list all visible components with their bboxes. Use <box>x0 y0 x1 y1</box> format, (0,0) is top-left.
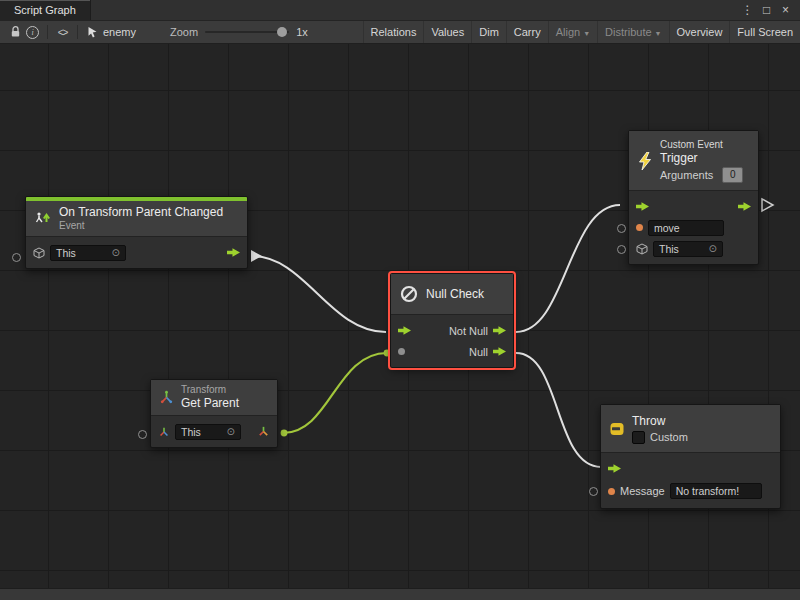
values-button[interactable]: Values <box>423 21 471 43</box>
arguments-count-field[interactable]: 0 <box>722 167 743 183</box>
value-input-port[interactable] <box>12 253 21 262</box>
maximize-icon[interactable]: □ <box>757 3 776 17</box>
transform-event-icon <box>34 210 52 228</box>
lock-icon[interactable] <box>7 21 24 43</box>
toolbar-separator <box>77 25 78 39</box>
zoom-label: Zoom <box>170 26 198 38</box>
null-check-icon <box>399 284 419 304</box>
trigger-input-port[interactable] <box>608 464 621 474</box>
node-header: Custom Event Trigger Arguments 0 <box>629 131 758 191</box>
script-graph-window: Script Graph ⋮ □ × i <> enemy Zoom 1x Re… <box>0 0 800 600</box>
carry-button[interactable]: Carry <box>506 21 548 43</box>
node-subtitle: Event <box>59 220 223 232</box>
not-null-output-port[interactable] <box>493 326 506 336</box>
target-icon: ⊙ <box>112 248 120 258</box>
transform-icon <box>159 390 174 405</box>
string-input-port[interactable] <box>636 224 643 231</box>
trigger-input-port[interactable] <box>636 202 649 212</box>
custom-label: Custom <box>650 431 688 443</box>
node-title: Get Parent <box>181 396 239 411</box>
node-body: This ⊙ <box>151 416 277 447</box>
info-icon[interactable]: i <box>24 21 41 43</box>
wire-getparent-to-nullcheck <box>283 353 387 433</box>
zoom-slider[interactable] <box>205 31 289 33</box>
value-input-port[interactable] <box>138 430 147 439</box>
graph-name[interactable]: enemy <box>103 26 136 38</box>
node-body: This ⊙ <box>26 237 247 268</box>
node-title: Throw <box>632 414 688 429</box>
trigger-output-port[interactable] <box>227 248 240 258</box>
value-input-port[interactable] <box>617 224 626 233</box>
event-name-field[interactable]: move <box>648 220 724 236</box>
transform-output-port[interactable] <box>257 425 270 438</box>
value-input-port[interactable] <box>589 487 598 496</box>
target-icon: ⊙ <box>709 244 717 254</box>
toolbar-buttons: Relations Values Dim Carry Align▼ Distri… <box>363 21 800 43</box>
close-icon[interactable]: × <box>776 3 795 17</box>
graph-toolbar: i <> enemy Zoom 1x Relations Values Dim … <box>0 21 800 44</box>
node-null-check[interactable]: Null Check Not Null Null <box>390 273 514 368</box>
node-category: Custom Event <box>660 139 743 151</box>
node-title: Null Check <box>426 287 484 302</box>
node-on-transform-parent-changed[interactable]: On Transform Parent Changed Event This ⊙ <box>25 196 248 269</box>
wire-event-to-nullcheck <box>252 256 386 332</box>
align-button[interactable]: Align▼ <box>548 21 597 43</box>
full-screen-button[interactable]: Full Screen <box>729 21 800 43</box>
null-label: Null <box>469 346 488 358</box>
node-title: On Transform Parent Changed <box>59 205 223 220</box>
node-get-parent[interactable]: Transform Get Parent This ⊙ <box>150 379 278 448</box>
menu-icon[interactable]: ⋮ <box>738 3 757 17</box>
tab-script-graph[interactable]: Script Graph <box>0 0 91 20</box>
node-title: Trigger <box>660 151 743 166</box>
node-body: move This ⊙ <box>629 191 758 264</box>
transform-input-icon[interactable] <box>158 426 170 438</box>
distribute-button[interactable]: Distribute▼ <box>597 21 668 43</box>
overview-button[interactable]: Overview <box>669 21 730 43</box>
bottom-strip <box>0 588 800 600</box>
tab-bar: Script Graph ⋮ □ × <box>0 0 800 21</box>
wire-null-to-throw <box>516 353 601 467</box>
value-input-port[interactable] <box>398 348 405 355</box>
node-custom-event[interactable]: Custom Event Trigger Arguments 0 move <box>628 130 759 265</box>
this-dropdown[interactable]: This ⊙ <box>175 424 241 440</box>
node-body: Not Null Null <box>391 315 513 367</box>
custom-checkbox[interactable] <box>632 431 645 444</box>
trigger-output-port[interactable] <box>738 202 751 212</box>
node-header: On Transform Parent Changed Event <box>26 201 247 237</box>
not-null-label: Not Null <box>449 325 488 337</box>
node-category: Transform <box>181 384 239 396</box>
dim-button[interactable]: Dim <box>471 21 506 43</box>
value-input-port[interactable] <box>617 245 626 254</box>
gameobject-cube-icon <box>33 247 45 259</box>
zoom-slider-handle[interactable] <box>277 27 287 37</box>
node-header: Transform Get Parent <box>151 380 277 416</box>
tab-title: Script Graph <box>14 4 76 16</box>
relations-button[interactable]: Relations <box>363 21 424 43</box>
wire-notnull-to-customevent <box>516 205 620 332</box>
wire-start-arrow-icon <box>251 250 262 262</box>
output-port-arrow-icon <box>762 199 773 211</box>
node-header: Null Check <box>391 274 513 315</box>
zoom-value: 1x <box>296 26 308 38</box>
custom-event-bolt-icon <box>637 152 653 170</box>
message-label: Message <box>620 485 665 497</box>
chevron-down-icon: ▼ <box>655 30 662 37</box>
node-body: Message No transform! <box>601 453 780 508</box>
value-wire-dot <box>281 430 288 437</box>
toolbar-separator <box>47 25 48 39</box>
code-icon[interactable]: <> <box>54 21 71 43</box>
throw-icon <box>609 421 625 437</box>
arguments-label: Arguments <box>660 169 713 181</box>
window-controls: ⋮ □ × <box>738 0 800 20</box>
null-output-port[interactable] <box>493 347 506 357</box>
graph-canvas[interactable]: On Transform Parent Changed Event This ⊙ <box>0 44 800 588</box>
graph-pointer-icon <box>84 21 101 43</box>
target-icon: ⊙ <box>227 427 235 437</box>
this-dropdown[interactable]: This ⊙ <box>50 245 126 261</box>
string-input-port[interactable] <box>608 488 615 495</box>
node-throw[interactable]: Throw Custom Message No transform! <box>600 404 781 509</box>
this-dropdown[interactable]: This ⊙ <box>653 241 723 257</box>
chevron-down-icon: ▼ <box>583 30 590 37</box>
trigger-input-port[interactable] <box>398 326 411 336</box>
message-field[interactable]: No transform! <box>670 483 762 499</box>
